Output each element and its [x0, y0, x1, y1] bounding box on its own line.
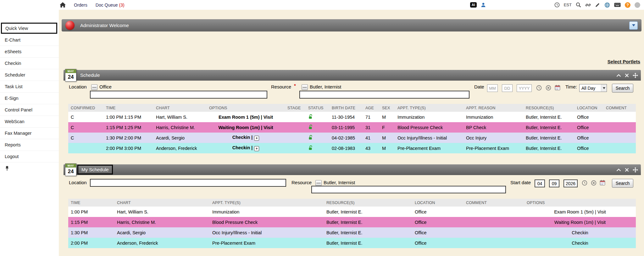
- sidebar-item-quick-view[interactable]: Quick View: [1, 23, 57, 34]
- my-schedule-row[interactable]: 1:15 PM Harris, Christine M. Blood Press…: [68, 217, 636, 227]
- cell-options[interactable]: Checkin |+: [207, 143, 285, 153]
- date-day-input[interactable]: [502, 84, 513, 92]
- calendar-picker-icon[interactable]: [600, 180, 605, 185]
- col-stage: STAGE: [285, 104, 306, 112]
- cell-chart[interactable]: Harris, Christine M.: [114, 217, 210, 227]
- sidebar-item-logout[interactable]: Logout: [0, 151, 59, 162]
- user-person-icon[interactable]: [481, 2, 486, 8]
- cell-chart[interactable]: Hart, William S.: [114, 207, 210, 217]
- options-links[interactable]: Checkin |: [232, 145, 253, 150]
- keyboard-icon[interactable]: [614, 3, 621, 7]
- cell-sex: M: [380, 143, 395, 153]
- pin-icon[interactable]: [5, 166, 9, 171]
- time-select[interactable]: All Day: [579, 84, 607, 92]
- move-portlet-icon[interactable]: [633, 73, 638, 78]
- nav-orders-link[interactable]: Orders: [74, 3, 87, 8]
- welcome-collapse-button[interactable]: [629, 21, 638, 30]
- cell-chart[interactable]: Acardi, Sergio: [114, 227, 210, 238]
- move-portlet-icon[interactable]: [633, 167, 638, 173]
- help-icon[interactable]: ?: [625, 2, 630, 8]
- search-icon[interactable]: [576, 2, 581, 8]
- cell-chart[interactable]: Anderson, Frederick: [153, 143, 207, 153]
- location-input[interactable]: [90, 91, 267, 99]
- cell-comment: [464, 238, 524, 248]
- time-picker-icon[interactable]: [536, 85, 542, 91]
- location-input[interactable]: [90, 179, 286, 187]
- cell-options[interactable]: Waiting Room (1m) | Visit+: [207, 122, 285, 133]
- close-portlet-icon[interactable]: [625, 168, 629, 172]
- resource-clear-button[interactable]: —: [302, 84, 308, 90]
- clear-date-icon[interactable]: [591, 180, 597, 186]
- sidebar-item-reports[interactable]: Reports: [0, 139, 59, 151]
- time-picker-icon[interactable]: [582, 180, 587, 186]
- ai-badge-icon[interactable]: AI: [470, 2, 477, 8]
- options-links[interactable]: Waiting Room (1m) | Visit: [218, 125, 273, 130]
- clear-date-icon[interactable]: [546, 85, 551, 91]
- location-clear-button[interactable]: —: [91, 84, 97, 90]
- resource-input[interactable]: [299, 91, 469, 99]
- collapse-portlet-icon[interactable]: [616, 74, 621, 77]
- cell-chart[interactable]: Anderson, Frederick: [114, 238, 210, 248]
- checkin-grid-icon[interactable]: +: [254, 146, 259, 151]
- my-schedule-search-button[interactable]: Search: [612, 179, 633, 188]
- sidebar-item-checkin[interactable]: Checkin: [0, 58, 59, 69]
- date-month-input[interactable]: [487, 84, 498, 92]
- cell-appt-types: Blood Pressure Check: [395, 122, 464, 133]
- sidebar-item-scheduler[interactable]: Scheduler: [0, 69, 59, 81]
- options-links[interactable]: Checkin |: [232, 135, 253, 140]
- clock-icon[interactable]: [554, 2, 560, 8]
- start-year-input[interactable]: [564, 179, 578, 187]
- cell-chart[interactable]: Harris, Christine M.: [153, 122, 207, 133]
- resource-clear-button[interactable]: —: [315, 180, 322, 186]
- checkin-grid-icon[interactable]: +: [254, 136, 259, 141]
- my-schedule-row[interactable]: 2:00 PM Anderson, Frederick Pre-Placemen…: [68, 238, 636, 248]
- globe-icon[interactable]: [604, 2, 610, 8]
- select-portlets-link[interactable]: Select Portlets: [608, 59, 640, 64]
- sidebar-item-task-list[interactable]: Task List: [0, 81, 59, 93]
- start-day-input[interactable]: [549, 179, 559, 187]
- schedule-row[interactable]: C 1:00 PM 1:15 PM Hart, William S. Exam …: [68, 112, 636, 122]
- cell-options[interactable]: Exam Room 1 (5m) | Visit: [524, 207, 636, 217]
- close-portlet-icon[interactable]: [625, 73, 629, 77]
- home-icon[interactable]: [60, 2, 66, 8]
- sidebar-item-e-sign[interactable]: E-Sign: [0, 93, 59, 104]
- link-icon[interactable]: [585, 2, 591, 8]
- sidebar-item-webscan[interactable]: WebScan: [0, 116, 59, 128]
- schedule-search-button[interactable]: Search: [612, 84, 633, 93]
- cell-age: 71: [363, 112, 380, 122]
- my-schedule-row[interactable]: 1:30 PM Acardi, Sergio Occ Injury/Illnes…: [68, 227, 636, 238]
- pen-icon[interactable]: [595, 2, 600, 8]
- doc-queue-count: (3): [119, 3, 125, 8]
- cell-time: 1:15 PM 1:25 PM: [103, 122, 153, 133]
- calendar-picker-icon[interactable]: [555, 85, 560, 90]
- cell-options[interactable]: Checkin: [524, 227, 636, 238]
- col-resources: RESOURCE(S): [523, 104, 575, 112]
- cell-options[interactable]: Checkin |+: [207, 133, 285, 143]
- calendar-day: 24: [65, 73, 76, 81]
- options-links[interactable]: Exam Room 1 (5m) | Visit: [219, 115, 273, 120]
- schedule-row[interactable]: C 1:30 PM 2:00 PM Acardi, Sergio Checkin…: [68, 133, 636, 143]
- cell-chart[interactable]: Hart, William S.: [153, 112, 207, 122]
- sidebar-item-fax-manager[interactable]: Fax Manager: [0, 128, 59, 139]
- cell-chart[interactable]: Acardi, Sergio: [153, 133, 207, 143]
- sidebar-item-label: E-Sign: [5, 96, 19, 101]
- cell-options[interactable]: Exam Room 1 (5m) | Visit+: [207, 112, 285, 122]
- schedule-row[interactable]: C 1:15 PM 1:25 PM Harris, Christine M. W…: [68, 122, 636, 133]
- start-month-input[interactable]: [535, 179, 545, 187]
- cell-options[interactable]: Waiting Room (1m) | Visit: [524, 217, 636, 227]
- col-comment: COMMENT: [464, 199, 524, 207]
- date-year-input[interactable]: [517, 84, 532, 92]
- unlocked-icon: [308, 124, 313, 130]
- collapse-portlet-icon[interactable]: [616, 168, 621, 172]
- schedule-row[interactable]: 2:00 PM 3:00 PM Anderson, Frederick Chec…: [68, 143, 636, 153]
- my-schedule-row[interactable]: 1:00 PM Hart, William S. Immunization Bu…: [68, 207, 636, 217]
- nav-doc-queue-link[interactable]: Doc Queue (3): [96, 3, 125, 8]
- resource-input[interactable]: [311, 186, 506, 193]
- sidebar-item-esheets[interactable]: eSheets: [0, 46, 59, 58]
- sidebar-item-e-chart[interactable]: E-Chart: [0, 34, 59, 46]
- cell-options[interactable]: Checkin: [524, 238, 636, 248]
- cell-resources: Butler, Internist E.: [523, 112, 575, 122]
- cell-appt-reason: BP Check: [464, 122, 523, 133]
- status-circle-icon[interactable]: [635, 2, 640, 8]
- sidebar-item-control-panel[interactable]: Control Panel: [0, 104, 59, 116]
